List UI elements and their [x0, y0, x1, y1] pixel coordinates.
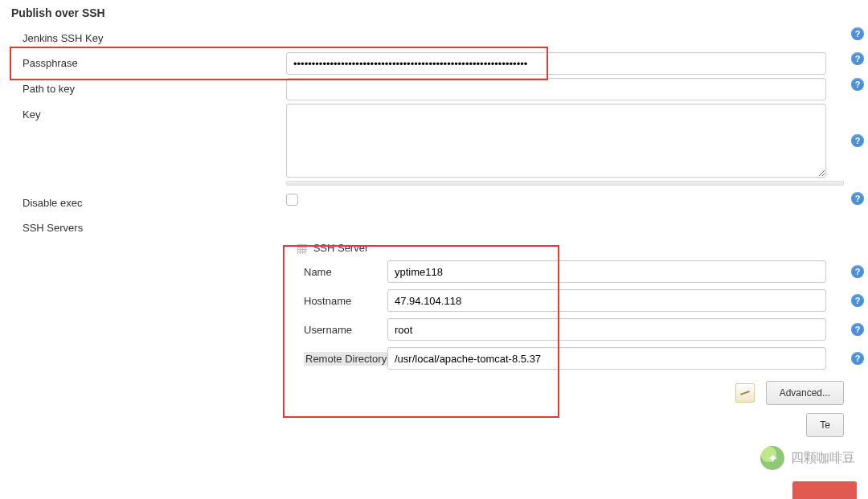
key-textarea[interactable] — [286, 104, 826, 178]
label-passphrase: Passphrase — [0, 52, 286, 74]
label-jenkins-ssh-key: Jenkins SSH Key — [0, 27, 286, 49]
test-button[interactable]: Te — [806, 413, 844, 437]
watermark-text: 四颗咖啡豆 — [791, 450, 855, 467]
help-icon[interactable]: ? — [851, 78, 864, 91]
server-username-input[interactable] — [387, 318, 826, 341]
advanced-button[interactable]: Advanced... — [766, 381, 844, 405]
resize-handle[interactable] — [286, 181, 844, 186]
help-icon[interactable]: ? — [851, 265, 864, 278]
help-icon[interactable]: ? — [851, 323, 864, 336]
delete-button[interactable] — [792, 481, 857, 499]
help-icon[interactable]: ? — [851, 27, 864, 40]
help-icon[interactable]: ? — [851, 352, 864, 365]
passphrase-input[interactable] — [286, 52, 826, 75]
server-name-input[interactable] — [387, 260, 826, 283]
label-ssh-servers: SSH Servers — [0, 217, 286, 239]
disable-exec-checkbox[interactable] — [286, 194, 298, 206]
server-hostname-input[interactable] — [387, 289, 826, 312]
ssh-server-title: SSH Server — [313, 242, 369, 254]
label-server-remote-dir: Remote Directory — [0, 353, 387, 365]
watermark: ✦ 四颗咖啡豆 — [760, 446, 855, 470]
help-icon[interactable]: ? — [851, 192, 864, 205]
help-icon[interactable]: ? — [851, 134, 864, 147]
label-server-username: Username — [0, 324, 387, 336]
section-title: Publish over SSH — [0, 0, 868, 24]
server-remote-dir-input[interactable] — [387, 347, 826, 370]
label-path-to-key: Path to key — [0, 78, 286, 100]
wechat-logo-icon: ✦ — [760, 446, 784, 470]
label-server-name: Name — [0, 266, 387, 278]
ssh-server-header: SSH Server — [0, 242, 868, 254]
expand-icon — [735, 383, 755, 403]
label-key: Key — [0, 104, 286, 125]
label-disable-exec: Disable exec — [0, 192, 286, 214]
help-icon[interactable]: ? — [851, 294, 864, 307]
path-to-key-input[interactable] — [286, 78, 826, 100]
help-icon[interactable]: ? — [851, 52, 864, 65]
drag-handle-icon[interactable] — [297, 244, 307, 254]
label-server-hostname: Hostname — [0, 295, 387, 307]
